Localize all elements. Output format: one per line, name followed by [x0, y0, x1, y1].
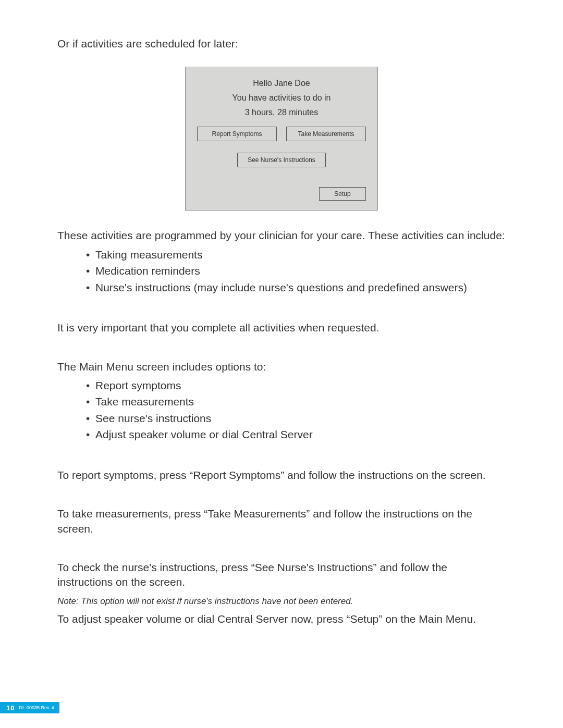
- page-number: 10: [6, 704, 15, 712]
- mainmenu-intro: The Main Menu screen includes options to…: [57, 360, 506, 374]
- activities-list: Taking measurements Medication reminders…: [57, 246, 506, 296]
- doc-id: DL-00035 Rev. 4: [19, 705, 54, 710]
- list-item: Report symptoms: [86, 377, 506, 394]
- programmed-paragraph: These activities are programmed by your …: [57, 228, 506, 243]
- footer-bar: 10 DL-00035 Rev. 4: [0, 702, 59, 713]
- report-paragraph: To report symptoms, press “Report Sympto…: [57, 468, 506, 483]
- device-screenshot: Hello Jane Doe You have activities to do…: [185, 67, 378, 211]
- list-item: Nurse's instructions (may include nurse'…: [86, 279, 506, 296]
- list-item: See nurse's instructions: [86, 410, 506, 427]
- device-time-line: 3 hours, 28 minutes: [197, 108, 366, 117]
- mainmenu-list: Report symptoms Take measurements See nu…: [57, 377, 506, 443]
- check-paragraph: To check the nurse's instructions, press…: [57, 560, 506, 590]
- device-greeting: Hello Jane Doe: [197, 79, 366, 88]
- important-paragraph: It is very important that you complete a…: [57, 320, 506, 335]
- device-activities-line: You have activities to do in: [197, 93, 366, 103]
- setup-button[interactable]: Setup: [319, 187, 366, 201]
- list-item: Adjust speaker volume or dial Central Se…: [86, 426, 506, 443]
- report-symptoms-button[interactable]: Report Symptoms: [197, 127, 277, 141]
- intro-line: Or if activities are scheduled for later…: [57, 36, 506, 51]
- take-paragraph: To take measurements, press “Take Measur…: [57, 507, 506, 536]
- see-nurses-instructions-button[interactable]: See Nurse's Instructions: [237, 153, 326, 167]
- setup-paragraph: To adjust speaker volume or dial Central…: [57, 612, 506, 626]
- list-item: Medication reminders: [86, 263, 506, 279]
- take-measurements-button[interactable]: Take Measurements: [286, 127, 366, 141]
- document-page: Or if activities are scheduled for later…: [0, 0, 563, 728]
- list-item: Take measurements: [86, 393, 506, 410]
- list-item: Taking measurements: [86, 246, 506, 263]
- note-text: Note: This option will not exist if nurs…: [57, 596, 506, 607]
